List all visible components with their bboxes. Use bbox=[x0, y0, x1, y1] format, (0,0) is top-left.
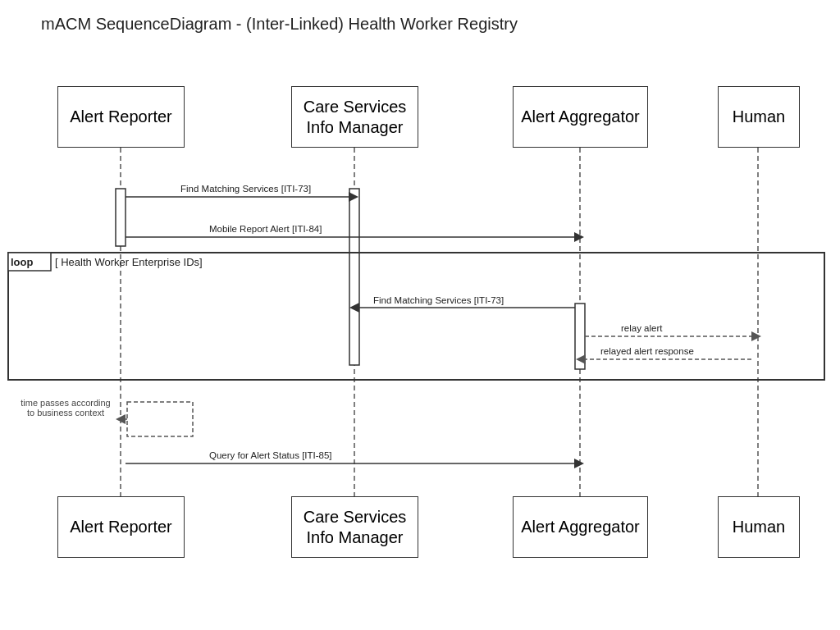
actor-alert-aggregator-top-label: Alert Aggregator bbox=[521, 107, 640, 127]
actor-alert-aggregator-bottom: Alert Aggregator bbox=[513, 496, 648, 558]
time-passes-box bbox=[127, 402, 193, 436]
time-passes-label: time passes accordingto business context bbox=[12, 398, 119, 418]
actor-human-top: Human bbox=[718, 86, 800, 148]
label-find-matching-2: Find Matching Services [ITI-73] bbox=[373, 295, 504, 305]
actor-alert-reporter-top-label: Alert Reporter bbox=[70, 107, 172, 127]
activation-care-1 bbox=[349, 189, 359, 365]
arrowhead-query-status bbox=[574, 459, 584, 468]
label-query-status: Query for Alert Status [ITI-85] bbox=[209, 450, 332, 460]
label-mobile-report: Mobile Report Alert [ITI-84] bbox=[209, 224, 322, 234]
actor-alert-reporter-top: Alert Reporter bbox=[57, 86, 185, 148]
actor-care-services-top: Care Services Info Manager bbox=[291, 86, 418, 148]
actor-human-bottom-label: Human bbox=[733, 517, 785, 537]
label-relay-response: relayed alert response bbox=[600, 346, 694, 356]
activation-reporter-1 bbox=[116, 189, 126, 246]
loop-frame bbox=[8, 253, 824, 380]
actor-alert-aggregator-top: Alert Aggregator bbox=[513, 86, 648, 148]
sequence-diagram: mACM SequenceDiagram - (Inter-Linked) He… bbox=[0, 0, 840, 630]
actor-care-services-bottom-label: Care Services Info Manager bbox=[304, 507, 407, 548]
actor-care-services-bottom: Care Services Info Manager bbox=[291, 496, 418, 558]
loop-label: loop bbox=[11, 256, 33, 268]
label-find-matching-1: Find Matching Services [ITI-73] bbox=[180, 184, 311, 194]
actor-human-bottom: Human bbox=[718, 496, 800, 558]
arrowhead-mobile-report bbox=[574, 232, 584, 242]
actor-alert-reporter-bottom: Alert Reporter bbox=[57, 496, 185, 558]
actor-human-top-label: Human bbox=[733, 107, 785, 127]
actor-alert-reporter-bottom-label: Alert Reporter bbox=[70, 517, 172, 537]
actor-care-services-top-label: Care Services Info Manager bbox=[304, 97, 407, 138]
actor-alert-aggregator-bottom-label: Alert Aggregator bbox=[521, 517, 640, 537]
loop-condition: [ Health Worker Enterprise IDs] bbox=[55, 256, 203, 268]
label-relay-alert: relay alert bbox=[621, 323, 663, 333]
arrowhead-relay-alert bbox=[751, 331, 761, 341]
